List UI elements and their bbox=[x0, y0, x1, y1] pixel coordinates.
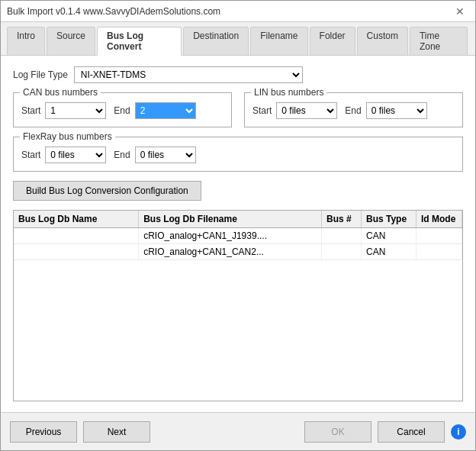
row1-busnum bbox=[322, 228, 362, 243]
build-button[interactable]: Build Bus Log Conversion Configuration bbox=[13, 181, 201, 201]
info-icon[interactable]: i bbox=[451, 424, 466, 440]
close-button[interactable]: ✕ bbox=[451, 4, 469, 19]
flexray-start-label: Start bbox=[21, 150, 40, 160]
tab-intro[interactable]: Intro bbox=[7, 27, 45, 55]
table-row: cRIO_analog+CAN1_J1939.... CAN bbox=[14, 228, 462, 244]
log-file-type-row: Log File Type NI-XNET-TDMS bbox=[13, 66, 463, 83]
can-end-label: End bbox=[114, 105, 130, 116]
tab-destination[interactable]: Destination bbox=[183, 27, 249, 55]
can-bus-group: CAN bus numbers Start 1 End 2 bbox=[13, 92, 232, 127]
can-end-select[interactable]: 2 bbox=[135, 102, 196, 119]
titlebar: Bulk Import v0.1.4 www.SavvyDIAdemSoluti… bbox=[1, 1, 475, 22]
flexray-bus-title: FlexRay bus numbers bbox=[20, 131, 115, 142]
row2-busnum bbox=[322, 244, 362, 259]
flexray-end-select[interactable]: 0 files bbox=[135, 147, 196, 163]
flexray-bus-group: FlexRay bus numbers Start 0 files End 0 … bbox=[13, 137, 463, 172]
tab-folder[interactable]: Folder bbox=[310, 27, 355, 55]
lin-start-select[interactable]: 0 files bbox=[276, 102, 337, 119]
tab-buslogconvert[interactable]: Bus Log Convert bbox=[97, 27, 182, 56]
col-filename: Bus Log Db Filename bbox=[139, 211, 322, 227]
tab-custom[interactable]: Custom bbox=[357, 27, 408, 55]
lin-start-label: Start bbox=[252, 105, 272, 116]
bus-log-table: Bus Log Db Name Bus Log Db Filename Bus … bbox=[13, 210, 463, 401]
row2-filename: cRIO_analog+CAN1_CAN2... bbox=[139, 244, 322, 259]
tab-timezone[interactable]: Time Zone bbox=[410, 27, 468, 55]
table-body: cRIO_analog+CAN1_J1939.... CAN cRIO_anal… bbox=[14, 228, 462, 401]
lin-end-select[interactable]: 0 files bbox=[366, 102, 427, 119]
can-start-label: Start bbox=[21, 105, 40, 116]
window-title: Bulk Import v0.1.4 www.SavvyDIAdemSoluti… bbox=[7, 6, 220, 17]
row1-bustype: CAN bbox=[362, 228, 416, 243]
can-start-select[interactable]: 1 bbox=[45, 102, 106, 119]
row2-dbname bbox=[14, 244, 139, 259]
col-idmode: Id Mode bbox=[416, 211, 462, 227]
row1-dbname bbox=[14, 228, 139, 243]
flexray-start-row: Start 0 files End 0 files bbox=[21, 147, 455, 163]
lin-end-label: End bbox=[345, 105, 361, 116]
col-bustype: Bus Type bbox=[362, 211, 416, 227]
flexray-start-select[interactable]: 0 files bbox=[45, 147, 106, 163]
col-busnum: Bus # bbox=[322, 211, 362, 227]
row1-idmode bbox=[416, 228, 462, 243]
table-header: Bus Log Db Name Bus Log Db Filename Bus … bbox=[14, 211, 462, 228]
tab-filename[interactable]: Filename bbox=[250, 27, 307, 55]
ok-button[interactable]: OK bbox=[304, 421, 371, 443]
lin-bus-group: LIN bus numbers Start 0 files End 0 file… bbox=[244, 92, 463, 127]
next-button[interactable]: Next bbox=[83, 421, 150, 443]
can-start-row: Start 1 End 2 bbox=[21, 102, 224, 119]
main-window: Bulk Import v0.1.4 www.SavvyDIAdemSoluti… bbox=[0, 0, 476, 451]
row1-filename: cRIO_analog+CAN1_J1939.... bbox=[139, 228, 322, 243]
previous-button[interactable]: Previous bbox=[10, 421, 77, 443]
can-bus-title: CAN bus numbers bbox=[20, 87, 101, 98]
tab-source[interactable]: Source bbox=[47, 27, 95, 55]
tabs-bar: Intro Source Bus Log Convert Destination… bbox=[1, 22, 475, 56]
table-row: cRIO_analog+CAN1_CAN2... CAN bbox=[14, 244, 462, 260]
footer: Previous Next OK Cancel i bbox=[1, 412, 475, 450]
content-area: Log File Type NI-XNET-TDMS CAN bus numbe… bbox=[1, 56, 475, 412]
row2-idmode bbox=[416, 244, 462, 259]
col-dbname: Bus Log Db Name bbox=[14, 211, 139, 227]
row2-bustype: CAN bbox=[362, 244, 416, 259]
log-file-type-select[interactable]: NI-XNET-TDMS bbox=[74, 66, 303, 83]
lin-start-row: Start 0 files End 0 files bbox=[252, 102, 455, 119]
lin-bus-title: LIN bus numbers bbox=[251, 87, 326, 98]
log-file-type-label: Log File Type bbox=[13, 69, 68, 80]
flexray-end-label: End bbox=[114, 150, 130, 160]
bus-groups-row: CAN bus numbers Start 1 End 2 LIN bus nu… bbox=[13, 92, 463, 127]
cancel-button[interactable]: Cancel bbox=[378, 421, 445, 443]
